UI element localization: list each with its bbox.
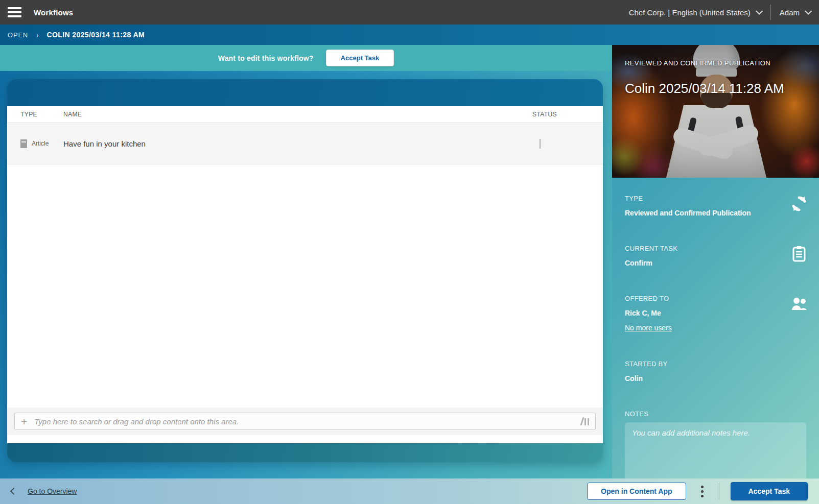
- field-current-task-label: CURRENT TASK: [625, 245, 806, 252]
- tenant-language-label: Chef Corp. | English (United States): [629, 8, 751, 17]
- more-options-icon[interactable]: [692, 484, 713, 499]
- workflow-details-panel: REVIEWED AND CONFIRMED PUBLICATION Colin…: [612, 45, 819, 478]
- card-bottom-strip: [7, 435, 603, 443]
- field-type-label: TYPE: [625, 195, 806, 202]
- main-content-area: Want to edit this workflow? Accept Task …: [0, 45, 612, 478]
- users-icon: [791, 296, 807, 312]
- hamburger-menu-icon[interactable]: [8, 7, 21, 17]
- chevron-left-icon: [10, 488, 17, 495]
- chevron-down-icon: [805, 8, 812, 15]
- user-name-label: Adam: [780, 8, 800, 17]
- app-title: Workflows: [34, 8, 73, 17]
- row-name-label: Have fun in your kitchen: [63, 139, 526, 148]
- table-empty-area: [7, 164, 603, 407]
- content-search-band: +: [7, 407, 603, 435]
- status-chevron-down-icon[interactable]: [540, 139, 541, 149]
- table-header-row: TYPE NAME STATUS: [7, 106, 603, 123]
- column-header-type: TYPE: [7, 111, 63, 118]
- field-offered-to: OFFERED TO Rick C, Me No more users: [625, 295, 806, 332]
- field-current-task-value: Confirm: [625, 259, 806, 267]
- card-footer-band: [7, 443, 603, 462]
- open-in-content-app-button[interactable]: Open in Content App: [587, 483, 686, 500]
- field-current-task: CURRENT TASK Confirm: [625, 245, 806, 267]
- bottom-action-bar: Go to Overview Open in Content App Accep…: [0, 478, 819, 504]
- field-started-by-value: Colin: [625, 374, 806, 382]
- go-to-overview-link[interactable]: Go to Overview: [11, 487, 77, 495]
- bottombar-divider: [719, 483, 719, 500]
- breadcrumb-current: COLIN 2025/03/14 11:28 AM: [46, 31, 145, 39]
- tenant-language-selector[interactable]: Chef Corp. | English (United States): [620, 0, 770, 25]
- field-notes: NOTES: [625, 410, 806, 486]
- workflow-cycle-icon: [791, 196, 807, 212]
- clipboard-task-icon: [791, 246, 807, 262]
- workflow-hero-image: REVIEWED AND CONFIRMED PUBLICATION Colin…: [612, 45, 819, 178]
- field-started-by-label: STARTED BY: [625, 360, 806, 368]
- field-offered-to-label: OFFERED TO: [625, 295, 806, 302]
- card-header-band: [7, 79, 603, 106]
- chevron-down-icon: [756, 8, 763, 15]
- notes-label: NOTES: [625, 410, 806, 418]
- breadcrumb: OPEN › COLIN 2025/03/14 11:28 AM: [0, 25, 819, 45]
- top-app-bar: Workflows Chef Corp. | English (United S…: [0, 0, 819, 25]
- workflow-type-header: REVIEWED AND CONFIRMED PUBLICATION: [625, 59, 770, 67]
- plus-icon: +: [21, 416, 27, 427]
- table-row[interactable]: Article Have fun in your kitchen: [7, 123, 603, 164]
- field-type: TYPE Reviewed and Confirmed Publication: [625, 195, 806, 217]
- field-started-by: STARTED BY Colin: [625, 360, 806, 382]
- notes-textarea[interactable]: [625, 422, 806, 484]
- article-icon: [20, 139, 27, 148]
- accept-task-banner-button[interactable]: Accept Task: [326, 50, 394, 66]
- field-offered-to-value: Rick C, Me: [625, 309, 806, 317]
- accept-task-button[interactable]: Accept Task: [731, 482, 808, 500]
- field-type-value: Reviewed and Confirmed Publication: [625, 209, 806, 217]
- breadcrumb-separator-icon: ›: [36, 30, 38, 40]
- library-icon[interactable]: [581, 417, 589, 425]
- details-fields: TYPE Reviewed and Confirmed Publication …: [612, 178, 819, 478]
- workflow-content-card: TYPE NAME STATUS Article Have fun in you…: [7, 79, 603, 462]
- edit-workflow-question: Want to edit this workflow?: [218, 54, 314, 62]
- column-header-status: STATUS: [526, 111, 603, 118]
- no-more-users-link[interactable]: No more users: [625, 324, 672, 332]
- workflow-title: Colin 2025/03/14 11:28 AM: [625, 81, 784, 97]
- go-to-overview-label: Go to Overview: [28, 487, 77, 495]
- user-menu[interactable]: Adam: [770, 0, 819, 25]
- column-header-name: NAME: [63, 111, 526, 118]
- row-type-label: Article: [32, 140, 49, 147]
- edit-workflow-banner: Want to edit this workflow? Accept Task: [0, 45, 612, 71]
- content-search-input[interactable]: [34, 417, 576, 426]
- breadcrumb-open-link[interactable]: OPEN: [8, 31, 28, 39]
- content-search-box[interactable]: +: [14, 413, 596, 430]
